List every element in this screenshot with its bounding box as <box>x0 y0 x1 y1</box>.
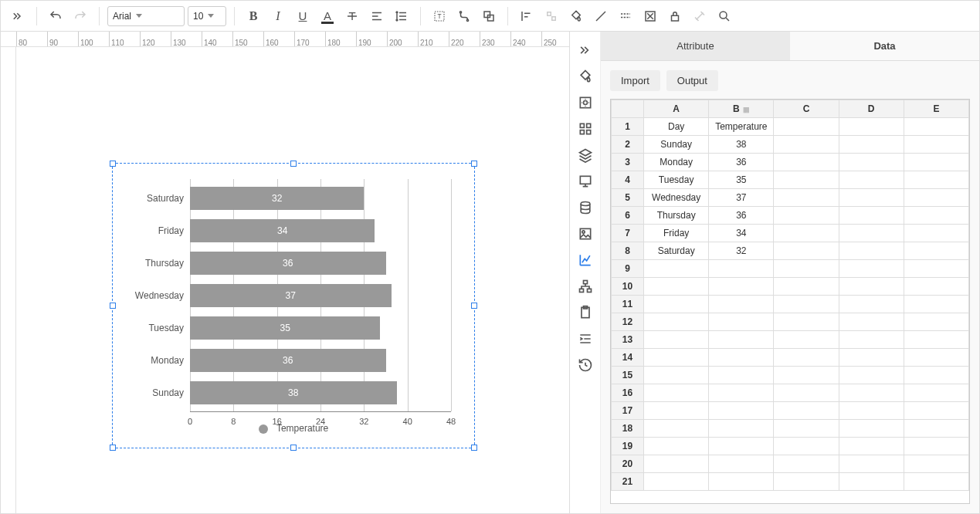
cell[interactable] <box>904 242 968 260</box>
cell[interactable]: 35 <box>709 171 774 189</box>
cell[interactable] <box>904 171 968 189</box>
cell[interactable] <box>839 171 904 189</box>
cell[interactable]: 36 <box>709 154 774 171</box>
cell[interactable] <box>774 296 839 313</box>
cell[interactable]: Thursday <box>644 207 709 225</box>
cell[interactable] <box>644 349 709 367</box>
font-color-button[interactable]: A <box>317 5 338 27</box>
expand-left-icon[interactable] <box>7 5 29 27</box>
resize-handle-tm[interactable] <box>290 161 297 167</box>
cell[interactable] <box>774 313 839 331</box>
row-header[interactable]: 13 <box>612 331 644 349</box>
grid-icon[interactable] <box>573 117 598 141</box>
cell[interactable] <box>904 420 968 438</box>
cell[interactable] <box>774 154 839 171</box>
cell[interactable]: 32 <box>709 242 774 260</box>
cell[interactable] <box>904 260 968 278</box>
cell[interactable] <box>839 225 904 242</box>
cell[interactable] <box>774 367 839 384</box>
cell[interactable]: 36 <box>709 207 774 225</box>
cell[interactable] <box>644 313 709 331</box>
cell[interactable] <box>904 384 968 402</box>
resize-handle-tl[interactable] <box>110 161 116 167</box>
search-button[interactable] <box>714 5 735 27</box>
cell[interactable] <box>904 349 968 367</box>
cell[interactable] <box>709 473 774 491</box>
cell[interactable]: Temperature <box>709 118 774 136</box>
resize-handle-bl[interactable] <box>110 445 116 451</box>
cell[interactable] <box>644 420 709 438</box>
cell[interactable] <box>839 420 904 438</box>
cell[interactable] <box>644 260 709 278</box>
cell[interactable]: 38 <box>709 136 774 154</box>
row-header[interactable]: 15 <box>612 367 644 384</box>
spreadsheet[interactable]: AB▦CDE1DayTemperature2Sunday383Monday364… <box>610 99 970 504</box>
line-color-button[interactable] <box>590 5 612 27</box>
line-style-button[interactable] <box>615 5 636 27</box>
cell[interactable] <box>774 207 839 225</box>
cell[interactable] <box>774 473 839 491</box>
bold-button[interactable]: B <box>242 5 264 27</box>
column-header[interactable]: A <box>644 100 709 118</box>
cell[interactable] <box>709 420 774 438</box>
cell[interactable] <box>774 242 839 260</box>
indent-icon[interactable] <box>573 326 598 351</box>
cell[interactable] <box>839 136 904 154</box>
fill-tool-icon[interactable] <box>573 64 598 89</box>
italic-button[interactable]: I <box>267 5 289 27</box>
cell[interactable] <box>904 136 968 154</box>
resize-handle-tr[interactable] <box>471 161 477 167</box>
sheet-corner[interactable] <box>612 100 644 118</box>
row-header[interactable]: 7 <box>612 225 644 242</box>
redo-button[interactable] <box>70 5 91 27</box>
cell[interactable] <box>709 313 774 331</box>
row-header[interactable]: 20 <box>612 455 644 473</box>
row-header[interactable]: 14 <box>612 349 644 367</box>
cell[interactable] <box>839 313 904 331</box>
line-spacing-button[interactable] <box>391 5 412 27</box>
row-header[interactable]: 21 <box>612 473 644 491</box>
cell[interactable] <box>839 331 904 349</box>
column-header[interactable]: B▦ <box>709 100 774 118</box>
cell[interactable] <box>904 207 968 225</box>
history-icon[interactable] <box>573 353 598 377</box>
tab-data[interactable]: Data <box>790 32 979 60</box>
cell[interactable] <box>904 313 968 331</box>
cell[interactable] <box>839 154 904 171</box>
cell[interactable] <box>774 384 839 402</box>
row-header[interactable]: 16 <box>612 384 644 402</box>
org-chart-icon[interactable] <box>573 274 598 299</box>
cell[interactable] <box>904 296 968 313</box>
cell[interactable] <box>774 278 839 296</box>
database-icon[interactable] <box>573 195 598 220</box>
presentation-icon[interactable] <box>573 169 598 194</box>
cell[interactable] <box>709 402 774 420</box>
cell[interactable] <box>904 225 968 242</box>
import-button[interactable]: Import <box>610 70 660 91</box>
cell[interactable] <box>904 278 968 296</box>
cell[interactable] <box>644 438 709 455</box>
row-header[interactable]: 6 <box>612 207 644 225</box>
cell[interactable]: 34 <box>709 225 774 242</box>
cell[interactable] <box>644 384 709 402</box>
cell[interactable] <box>839 367 904 384</box>
tab-attribute[interactable]: Attribute <box>601 32 790 60</box>
layers-icon[interactable] <box>573 143 598 167</box>
cell[interactable] <box>904 331 968 349</box>
row-header[interactable]: 3 <box>612 154 644 171</box>
cell[interactable] <box>774 136 839 154</box>
cell[interactable] <box>709 260 774 278</box>
cell[interactable] <box>709 278 774 296</box>
connector-button[interactable] <box>453 5 475 27</box>
row-header[interactable]: 10 <box>612 278 644 296</box>
tools-button[interactable] <box>689 5 710 27</box>
cell[interactable] <box>644 278 709 296</box>
column-header[interactable]: D <box>839 100 904 118</box>
canvas[interactable]: Saturday32Friday34Thursday36Wednesday37T… <box>16 47 569 513</box>
cell[interactable] <box>774 349 839 367</box>
cell[interactable] <box>839 473 904 491</box>
undo-button[interactable] <box>45 5 66 27</box>
fill-color-button[interactable] <box>565 5 587 27</box>
lock-button[interactable] <box>664 5 686 27</box>
cell[interactable] <box>839 189 904 207</box>
